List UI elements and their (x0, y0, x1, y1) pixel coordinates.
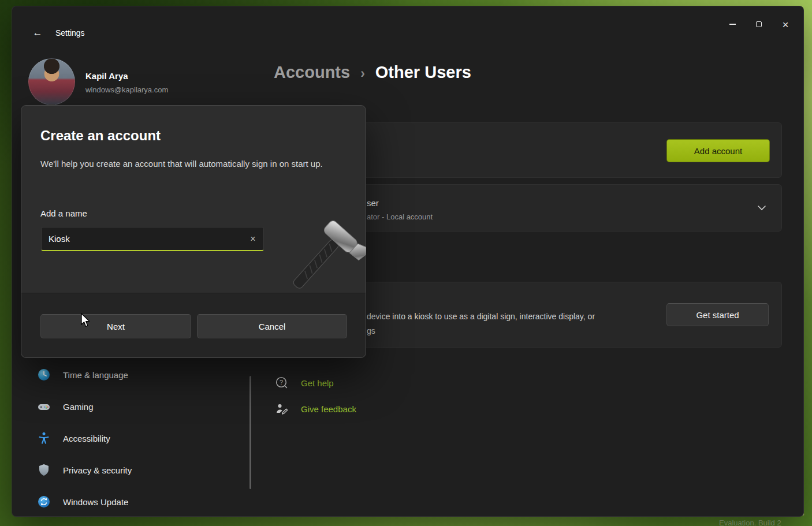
help-icon: ? (275, 376, 289, 390)
sidebar-item-time-language[interactable]: Time & language (28, 362, 249, 387)
sidebar-item-label: Privacy & security (63, 465, 132, 475)
sidebar-item-gaming[interactable]: Gaming (28, 394, 249, 419)
clock-icon (37, 368, 51, 382)
add-account-button[interactable]: Add account (666, 139, 770, 162)
chevron-down-icon[interactable] (757, 203, 766, 212)
breadcrumb-other-users: Other Users (375, 63, 471, 82)
add-name-label: Add a name (40, 208, 87, 218)
breadcrumb-separator-icon: › (360, 66, 365, 81)
minimize-button[interactable] (719, 14, 746, 34)
next-button[interactable]: Next (40, 314, 191, 338)
sidebar-scrollbar[interactable] (249, 376, 251, 489)
sidebar-item-label: Gaming (63, 402, 94, 412)
user-row-title: ser (367, 198, 379, 208)
minimize-icon (729, 24, 736, 25)
dialog-footer: Next Cancel (21, 293, 366, 357)
app-title: Settings (55, 28, 85, 38)
settings-window: ← Settings × Kapil Arya windows@kapilary… (12, 6, 804, 517)
name-input[interactable] (41, 227, 264, 251)
close-button[interactable]: × (772, 14, 799, 34)
sidebar-item-windows-update[interactable]: Windows Update (28, 489, 249, 514)
update-icon (37, 495, 51, 509)
give-feedback-label: Give feedback (301, 404, 356, 414)
name-input-wrap: × (41, 227, 264, 251)
maximize-button[interactable] (746, 14, 772, 34)
give-feedback-link[interactable]: Give feedback (275, 400, 356, 417)
back-button[interactable]: ← (27, 25, 48, 41)
sidebar-item-label: Accessibility (63, 434, 110, 443)
profile-email: windows@kapilarya.com (85, 85, 168, 94)
clear-input-icon[interactable]: × (245, 231, 261, 247)
get-help-label: Get help (301, 378, 334, 388)
dialog-title: Create an account (40, 128, 161, 144)
get-started-button[interactable]: Get started (666, 303, 769, 326)
user-avatar (28, 58, 75, 105)
kiosk-description-line1: device into a kiosk to use as a digital … (367, 312, 595, 321)
sidebar-item-privacy-security[interactable]: Privacy & security (28, 457, 249, 483)
create-account-dialog: Create an account We'll help you create … (21, 105, 366, 358)
cancel-button[interactable]: Cancel (197, 314, 347, 338)
kiosk-description-line2: gs (367, 326, 375, 335)
dialog-description: We'll help you create an account that wi… (40, 156, 352, 171)
feedback-icon (275, 402, 289, 416)
maximize-icon (756, 21, 762, 27)
breadcrumb-accounts[interactable]: Accounts (274, 63, 350, 82)
get-help-link[interactable]: ? Get help (275, 374, 334, 391)
hammer-image (278, 213, 366, 301)
watermark-line2: Evaluation. Build 2 (719, 518, 781, 526)
profile-name: Kapil Arya (85, 71, 128, 81)
desktop-background: Windows Evaluation. Build 2 ← Settings ×… (0, 0, 812, 526)
accessibility-icon (37, 431, 51, 445)
shield-icon (37, 463, 51, 477)
sidebar-item-label: Time & language (63, 370, 128, 380)
sidebar-item-label: Windows Update (63, 497, 128, 507)
breadcrumb: Accounts › Other Users (274, 63, 471, 82)
window-controls: × (719, 14, 799, 34)
svg-text:?: ? (280, 379, 283, 386)
sidebar-item-accessibility[interactable]: Accessibility (28, 426, 249, 451)
gamepad-icon (37, 400, 51, 413)
user-row-subtitle: ator - Local account (367, 212, 433, 221)
